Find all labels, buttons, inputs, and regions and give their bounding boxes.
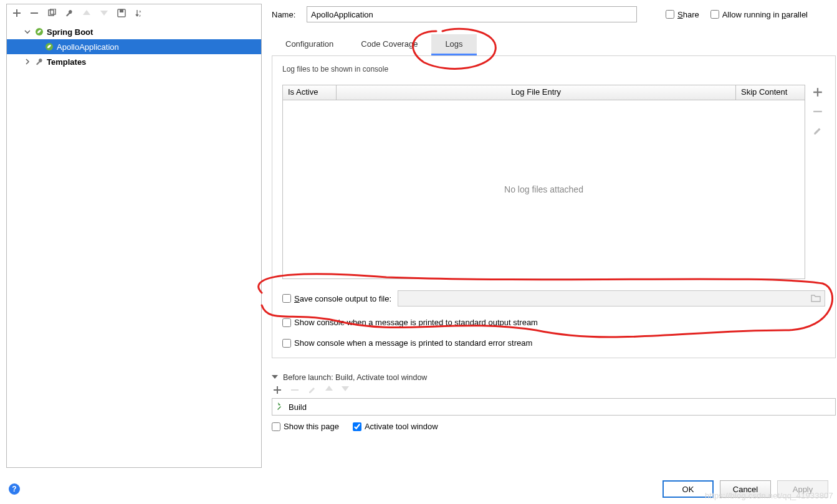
add-task-icon[interactable] bbox=[273, 386, 282, 394]
configurations-tree-panel: az Spring Boot ApolloApplication Templat… bbox=[6, 4, 262, 468]
remove-task-icon[interactable] bbox=[290, 386, 299, 394]
apply-button: Apply bbox=[777, 480, 828, 498]
config-name-input[interactable] bbox=[307, 6, 637, 22]
show-console-stderr-checkbox[interactable]: Show console when a message is printed t… bbox=[282, 338, 825, 348]
share-checkbox[interactable]: Share bbox=[666, 10, 699, 19]
tab-code-coverage[interactable]: Code Coverage bbox=[347, 34, 431, 55]
tree-toolbar: az bbox=[7, 4, 261, 22]
show-console-stdout-checkbox[interactable]: Show console when a message is printed t… bbox=[282, 318, 825, 327]
edit-log-icon[interactable] bbox=[813, 126, 823, 138]
edit-task-icon[interactable] bbox=[308, 386, 317, 394]
add-icon[interactable] bbox=[12, 8, 22, 18]
tree-node-apollo-application[interactable]: ApolloApplication bbox=[7, 39, 261, 54]
svg-rect-0 bbox=[31, 12, 38, 14]
move-down-icon[interactable] bbox=[99, 8, 109, 18]
tab-logs[interactable]: Logs bbox=[431, 34, 476, 55]
tree-label: ApolloApplication bbox=[57, 42, 119, 52]
svg-text:a: a bbox=[139, 9, 141, 13]
move-up-icon[interactable] bbox=[82, 8, 92, 18]
config-editor: Name: Share Allow running in parallel Co… bbox=[262, 0, 837, 474]
svg-rect-9 bbox=[813, 111, 822, 112]
svg-rect-4 bbox=[120, 9, 123, 12]
cancel-button[interactable]: Cancel bbox=[720, 480, 771, 498]
col-is-active[interactable]: Is Active bbox=[283, 85, 337, 100]
help-icon[interactable]: ? bbox=[9, 483, 20, 495]
before-launch-header[interactable]: Before launch: Build, Activate tool wind… bbox=[272, 373, 836, 382]
hammer-icon bbox=[276, 402, 285, 412]
activate-tool-window-checkbox[interactable]: Activate tool window bbox=[353, 422, 438, 431]
save-console-output-checkbox[interactable]: Save console output to file: bbox=[282, 294, 391, 303]
name-label: Name: bbox=[272, 10, 300, 19]
before-launch-item-label: Build bbox=[289, 402, 307, 412]
tab-configuration[interactable]: Configuration bbox=[272, 34, 347, 55]
tree-label: Templates bbox=[47, 57, 86, 67]
remove-log-icon[interactable] bbox=[813, 107, 823, 118]
wrench-icon bbox=[34, 57, 44, 67]
move-down-icon[interactable] bbox=[342, 386, 349, 394]
before-launch-list[interactable]: Build bbox=[272, 398, 836, 416]
move-up-icon[interactable] bbox=[325, 386, 333, 394]
table-empty-text: No log files attached bbox=[283, 100, 805, 278]
svg-text:z: z bbox=[139, 14, 141, 17]
allow-parallel-checkbox[interactable]: Allow running in parallel bbox=[710, 10, 808, 19]
chevron-down-icon bbox=[272, 373, 278, 382]
ok-button[interactable]: OK bbox=[662, 480, 714, 498]
show-this-page-checkbox[interactable]: Show this page bbox=[272, 422, 339, 431]
remove-icon[interactable] bbox=[29, 8, 39, 18]
spring-leaf-icon bbox=[44, 42, 54, 52]
log-files-table: Is Active Log File Entry Skip Content No… bbox=[282, 85, 805, 279]
tree-label: Spring Boot bbox=[47, 27, 93, 37]
config-tree: Spring Boot ApolloApplication Templates bbox=[7, 22, 261, 467]
svg-rect-10 bbox=[291, 389, 299, 391]
add-log-icon[interactable] bbox=[813, 87, 823, 99]
col-log-file-entry[interactable]: Log File Entry bbox=[337, 85, 736, 100]
sort-icon[interactable]: az bbox=[134, 8, 144, 18]
before-launch-section: Before launch: Build, Activate tool wind… bbox=[272, 373, 836, 431]
tree-node-templates[interactable]: Templates bbox=[7, 54, 261, 69]
wrench-icon[interactable] bbox=[64, 8, 74, 18]
col-skip-content[interactable]: Skip Content bbox=[736, 85, 805, 100]
log-files-label: Log files to be shown in console bbox=[282, 65, 825, 74]
save-template-icon[interactable] bbox=[117, 8, 127, 18]
spring-leaf-icon bbox=[34, 27, 44, 37]
tab-bar: Configuration Code Coverage Logs bbox=[272, 34, 836, 56]
console-output-file-input[interactable] bbox=[398, 290, 825, 307]
browse-folder-icon[interactable] bbox=[811, 293, 821, 304]
copy-icon[interactable] bbox=[47, 8, 57, 18]
chevron-down-icon bbox=[23, 27, 32, 36]
logs-panel: Log files to be shown in console Is Acti… bbox=[272, 56, 836, 358]
tree-node-spring-boot[interactable]: Spring Boot bbox=[7, 24, 261, 39]
chevron-right-icon bbox=[23, 57, 32, 66]
